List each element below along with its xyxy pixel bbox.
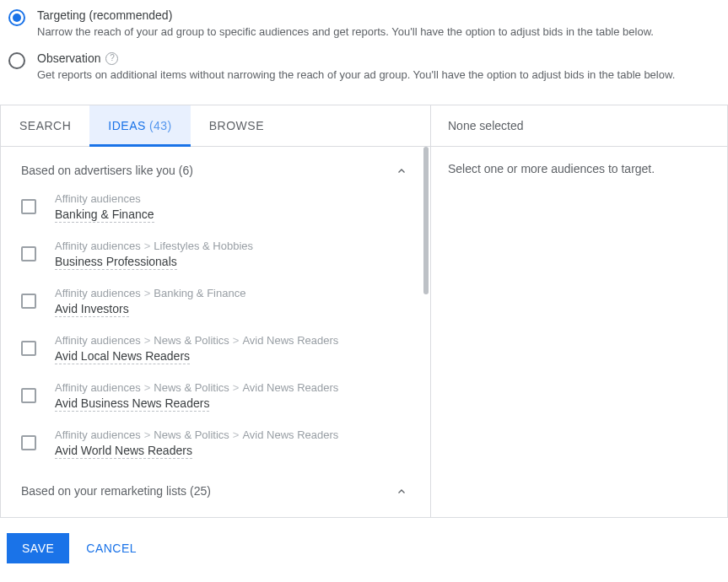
radio-targeting[interactable]: Targeting (recommended) Narrow the reach… [8,5,720,48]
radio-observation-control[interactable] [8,52,25,69]
radio-targeting-desc: Narrow the reach of your ad group to spe… [37,24,720,40]
right-column: None selected Select one or more audienc… [431,105,727,517]
list-item[interactable]: Affinity audiences>News & Politics>Avid … [19,326,408,373]
checkbox[interactable] [21,388,36,403]
tab-search-label: Search [19,119,71,132]
list-item[interactable]: Affinity audiences>Banking & Finance Avi… [19,278,408,326]
chevron-up-icon[interactable] [396,165,407,175]
audience-name[interactable]: Avid Business News Readers [55,396,209,412]
checkbox[interactable] [21,435,36,450]
audience-name[interactable]: Avid Investors [55,302,129,317]
checkbox[interactable] [21,294,36,309]
selection-header: None selected [431,105,727,147]
tab-browse[interactable]: Browse [191,105,283,146]
tab-ideas-label: Ideas [108,119,146,132]
audience-name[interactable]: Banking & Finance [55,207,154,223]
radio-targeting-title: Targeting (recommended) [37,8,720,22]
list-item[interactable]: Affinity audiences Banking & Finance [19,184,408,231]
help-icon[interactable]: ? [105,52,118,65]
selection-placeholder: Select one or more audiences to target. [431,147,727,191]
list-item[interactable]: Affinity audiences>Lifestyles & Hobbies … [19,231,408,278]
cancel-button[interactable]: CANCEL [86,542,137,555]
radio-targeting-control[interactable] [8,9,25,26]
breadcrumb: Affinity audiences>News & Politics>Avid … [55,334,338,348]
tabs: Search Ideas (43) Browse [1,105,430,147]
list-item[interactable]: Affinity audiences>News & Politics>Avid … [19,373,408,420]
audience-name[interactable]: Avid World News Readers [55,444,192,459]
radio-observation-desc: Get reports on additional items without … [37,67,720,83]
audience-panel: Search Ideas (43) Browse Based on advert… [0,105,728,518]
tab-ideas[interactable]: Ideas (43) [89,105,190,146]
radio-observation[interactable]: Observation ? Get reports on additional … [8,48,720,91]
audience-name[interactable]: Business Professionals [55,255,177,270]
breadcrumb: Affinity audiences>News & Politics>Avid … [55,381,338,396]
scrollbar-thumb[interactable] [423,147,429,294]
breadcrumb: Affinity audiences>Banking & Finance [55,287,245,301]
list-item[interactable]: Affinity audiences>News & Politics>Avid … [19,420,408,467]
radio-observation-title: Observation [37,51,100,65]
ideas-scroll-area: Based on advertisers like you (6) Affini… [1,147,430,517]
tab-browse-label: Browse [209,119,264,132]
breadcrumb: Affinity audiences [55,192,154,207]
footer-actions: SAVE CANCEL [0,518,728,579]
chevron-up-icon[interactable] [396,486,407,496]
tab-search[interactable]: Search [1,105,89,146]
checkbox[interactable] [21,341,36,356]
checkbox[interactable] [21,199,36,214]
section-advertisers-label: Based on advertisers like you (6) [21,164,193,177]
section-remarketing-header[interactable]: Based on your remarketing lists (25) [19,467,408,504]
section-advertisers-header[interactable]: Based on advertisers like you (6) [19,147,408,184]
breadcrumb: Affinity audiences>Lifestyles & Hobbies [55,240,253,254]
left-column: Search Ideas (43) Browse Based on advert… [1,105,431,517]
targeting-options: Targeting (recommended) Narrow the reach… [0,0,728,105]
save-button[interactable]: SAVE [7,533,69,563]
breadcrumb: Affinity audiences>News & Politics>Avid … [55,428,338,443]
checkbox[interactable] [21,246,36,261]
section-remarketing-label: Based on your remarketing lists (25) [21,484,211,498]
audience-name[interactable]: Avid Local News Readers [55,349,190,364]
tab-ideas-count: (43) [149,119,172,132]
